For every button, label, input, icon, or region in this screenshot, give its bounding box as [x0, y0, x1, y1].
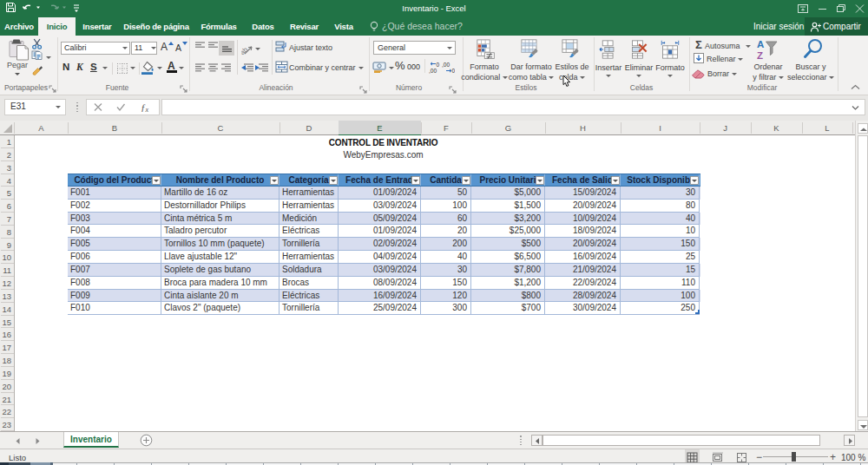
svg-text:0: 0 [437, 62, 440, 68]
svg-text:A: A [757, 39, 764, 49]
svg-text:,00: ,00 [442, 62, 450, 68]
svg-text:Z: Z [757, 50, 763, 60]
svg-text:,00: ,00 [429, 68, 437, 74]
svg-text:x: x [145, 106, 149, 113]
